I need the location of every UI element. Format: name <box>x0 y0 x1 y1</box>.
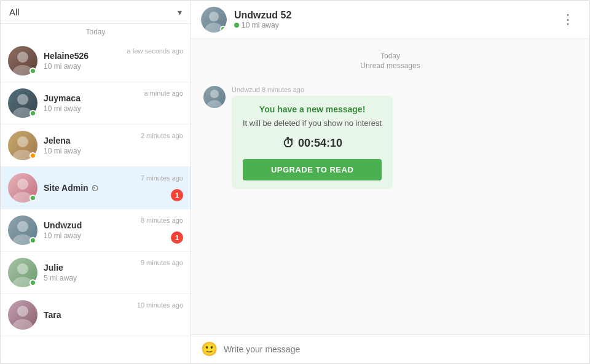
conv-time: 8 minutes ago <box>141 217 183 224</box>
svg-point-4 <box>17 136 28 147</box>
conv-distance: 10 mi away <box>44 231 183 240</box>
avatar-wrap <box>8 258 37 287</box>
message-group: Undwzud 8 minutes ago You have a new mes… <box>203 86 577 189</box>
conversation-item-julie[interactable]: Julie 5 mi away 9 minutes ago <box>1 252 191 294</box>
message-title: You have a new message! <box>243 104 382 114</box>
message-timer: ⏱ 00:54:10 <box>243 136 382 150</box>
message-sender-avatar <box>203 86 226 108</box>
chat-contact-name: Undwzud 52 <box>234 10 556 21</box>
avatar-wrap <box>8 88 37 118</box>
online-dot <box>30 68 36 74</box>
chat-header-info: Undwzud 52 10 mi away <box>234 10 556 29</box>
message-bubble: You have a new message! It will be delet… <box>232 96 393 189</box>
conversation-item-jelena[interactable]: Jelena 10 mi away 2 minutes ago <box>1 125 191 167</box>
message-content: Undwzud 8 minutes ago You have a new mes… <box>232 86 393 189</box>
conv-distance: 5 mi away <box>44 274 183 282</box>
filter-label: All <box>9 7 20 17</box>
conv-distance: 10 mi away <box>44 62 183 71</box>
svg-point-12 <box>17 306 28 317</box>
svg-point-17 <box>207 100 222 108</box>
avatar-wrap <box>8 131 37 160</box>
unread-badge: 1 <box>171 231 183 244</box>
online-dot <box>30 279 36 286</box>
chat-area: Undwzud 52 10 mi away ⋮ Today Unread mes… <box>191 1 589 363</box>
conv-time: 9 minutes ago <box>141 259 183 266</box>
date-section-label: Today <box>1 24 191 40</box>
message-sender-time: Undwzud 8 minutes ago <box>232 86 393 93</box>
upgrade-to-read-button[interactable]: UPGRADE TO READ <box>243 159 382 180</box>
conv-distance: 10 mi away <box>44 104 183 113</box>
conv-time: a minute ago <box>144 90 183 97</box>
svg-point-2 <box>17 94 28 105</box>
unread-divider: Unread messages <box>203 61 577 70</box>
conv-time: 7 minutes ago <box>141 174 183 182</box>
conversation-list: Helaine526 10 mi away a few seconds ago … <box>1 40 191 363</box>
online-dot <box>30 195 36 201</box>
avatar <box>8 300 37 330</box>
messages-area: Today Unread messages Undwzud 8 minutes … <box>191 39 589 335</box>
conv-info: Tara <box>44 310 183 320</box>
clock-icon: ⏱ <box>282 136 294 150</box>
emoji-button[interactable]: 🙂 <box>201 341 218 357</box>
sidebar: All ▾ Today Helaine526 10 mi away a few … <box>1 1 191 363</box>
avatar-wrap <box>8 300 37 330</box>
conversation-item-tara[interactable]: Tara 10 minutes ago <box>1 294 191 336</box>
avatar-wrap <box>8 215 37 245</box>
filter-dropdown-arrow[interactable]: ▾ <box>178 7 182 17</box>
svg-point-13 <box>13 319 33 330</box>
conv-time: 2 minutes ago <box>141 132 183 139</box>
svg-point-14 <box>209 12 219 21</box>
conv-name: Tara <box>44 310 183 320</box>
avatar-wrap <box>8 173 37 203</box>
avatar-wrap <box>8 46 37 76</box>
unread-badge: 1 <box>171 189 183 201</box>
header-distance-dot <box>234 23 239 28</box>
conversation-item-site-admin[interactable]: Site Admin ⏲ 7 minutes ago 1 <box>1 167 191 209</box>
svg-point-10 <box>17 263 28 274</box>
chat-header: Undwzud 52 10 mi away ⋮ <box>191 1 589 39</box>
conversation-item-helaine[interactable]: Helaine526 10 mi away a few seconds ago <box>1 40 191 82</box>
app-container: All ▾ Today Helaine526 10 mi away a few … <box>0 0 590 364</box>
online-dot <box>30 110 36 117</box>
message-subtitle: It will be deleted if you show no intere… <box>243 118 382 129</box>
svg-point-0 <box>17 52 28 63</box>
date-divider: Today <box>203 52 577 60</box>
conv-distance: 10 mi away <box>44 147 183 155</box>
online-dot <box>30 237 36 244</box>
online-dot <box>30 152 36 159</box>
conv-name: Site Admin ⏲ <box>44 183 183 193</box>
chat-menu-button[interactable]: ⋮ <box>556 9 580 30</box>
admin-icon: ⏲ <box>91 184 99 193</box>
message-input[interactable] <box>224 344 580 354</box>
chat-contact-distance: 10 mi away <box>234 21 556 29</box>
conversation-item-undwzud[interactable]: Undwzud 10 mi away 8 minutes ago 1 <box>1 209 191 252</box>
conv-time: a few seconds ago <box>127 47 183 55</box>
conv-time: 10 minutes ago <box>137 301 183 309</box>
chat-input-area: 🙂 <box>191 335 589 363</box>
sidebar-header: All ▾ <box>1 1 191 24</box>
svg-point-6 <box>17 179 28 190</box>
header-online-dot <box>220 26 226 32</box>
conversation-item-juymaca[interactable]: Juymaca 10 mi away a minute ago <box>1 82 191 125</box>
svg-point-8 <box>17 221 28 232</box>
conv-info: Site Admin ⏲ <box>44 183 183 193</box>
svg-point-16 <box>210 90 219 98</box>
chat-header-avatar <box>201 7 227 33</box>
